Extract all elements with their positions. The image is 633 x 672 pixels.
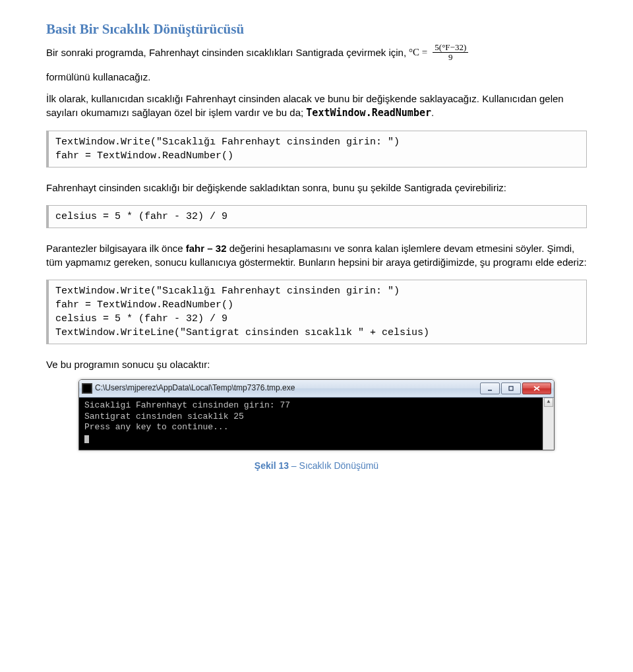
minimize-button[interactable] (480, 382, 500, 394)
code-block-2: celsius = 5 * (fahr - 32) / 9 (46, 205, 587, 228)
code-block-3: TextWindow.Write("Sıcaklığı Fahrenhayt c… (46, 280, 587, 344)
svg-rect-0 (488, 390, 492, 391)
console-line-2: Santigrat cinsinden sicaklik 25 (84, 412, 244, 421)
paragraph-5: Ve bu programın sonucu şu olacaktır: (46, 357, 587, 371)
maximize-icon (508, 386, 514, 391)
maximize-button[interactable] (501, 382, 521, 394)
minimize-icon (487, 386, 493, 391)
console-text: Sicakligi Fahrenhayt cinsinden girin: 77… (84, 400, 540, 445)
p2-inline-code: TextWindow.ReadNumber (306, 107, 431, 119)
close-button[interactable] (522, 382, 551, 394)
console-titlebar: C:\Users\mjperez\AppData\Local\Temp\tmp7… (79, 380, 554, 398)
close-icon (533, 386, 540, 391)
formula-c-equals: °C = (409, 46, 427, 59)
paragraph-4: Parantezler bilgisayara ilk önce fahr – … (46, 241, 587, 269)
caption-rest: – Sıcaklık Dönüşümü (289, 460, 378, 471)
svg-rect-1 (509, 386, 513, 390)
formula-denominator: 9 (446, 53, 455, 62)
p4-bold: fahr – 32 (186, 243, 227, 254)
p4-text-a: Parantezler bilgisayara ilk önce (46, 243, 186, 254)
console-title: C:\Users\mjperez\AppData\Local\Temp\tmp7… (95, 382, 477, 394)
console-app-icon (82, 383, 92, 394)
paragraph-2: İlk olarak, kullanıcıdan sıcaklığı Fahre… (46, 92, 587, 120)
section-heading: Basit Bir Sıcaklık Dönüştürücüsü (46, 20, 587, 39)
console-scrollbar[interactable]: ▲ (543, 398, 554, 450)
formula-numerator: 5(°F−32) (433, 43, 468, 53)
intro-text-pre: Bir sonraki programda, Fahrenhayt cinsin… (46, 46, 406, 59)
p2-text-c: . (431, 107, 434, 118)
intro-paragraph-line2: formülünü kullanacağız. (46, 70, 587, 84)
console-cursor (84, 435, 89, 443)
figure-caption: Şekil 13 – Sıcaklık Dönüşümü (46, 460, 587, 473)
console-body: Sicakligi Fahrenhayt cinsinden girin: 77… (79, 398, 554, 450)
formula-fraction: 5(°F−32) 9 (433, 43, 468, 61)
console-window: C:\Users\mjperez\AppData\Local\Temp\tmp7… (78, 379, 555, 451)
console-line-3: Press any key to continue... (84, 422, 228, 432)
window-buttons (480, 382, 551, 394)
intro-paragraph-line1: Bir sonraki programda, Fahrenhayt cinsin… (46, 43, 587, 61)
console-line-1: Sicakligi Fahrenhayt cinsinden girin: 77 (84, 400, 290, 410)
p2-text-a: İlk olarak, kullanıcıdan sıcaklığı Fahre… (46, 93, 482, 104)
caption-label: Şekil 13 (255, 460, 289, 471)
scroll-up-icon[interactable]: ▲ (544, 398, 553, 407)
paragraph-3: Fahrenhayt cinsinden sıcaklığı bir değiş… (46, 181, 587, 195)
code-block-1: TextWindow.Write("Sıcaklığı Fahrenhayt c… (46, 131, 587, 168)
